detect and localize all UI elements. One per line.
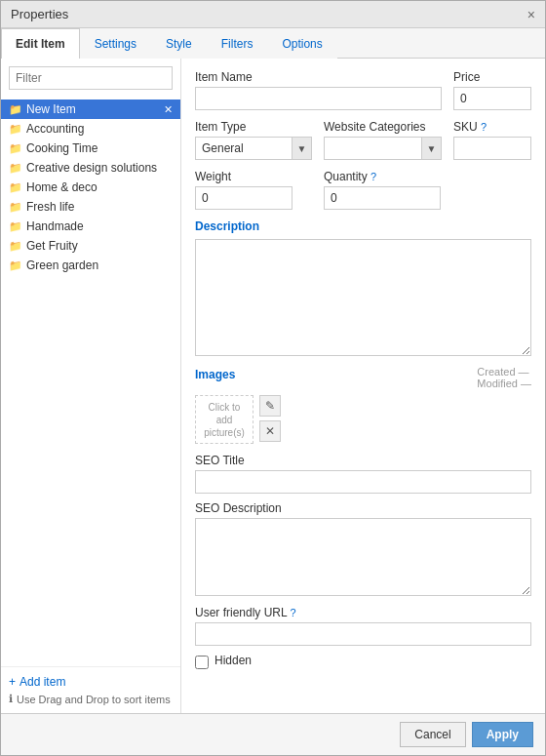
weight-input[interactable]: [195, 186, 292, 210]
drag-hint: ℹ Use Drag and Drop to sort items: [9, 693, 173, 705]
dialog-body: 📁 New Item ✕ 📁 Accounting 📁 Cooking Time…: [1, 59, 545, 713]
tab-edit-item[interactable]: Edit Item: [1, 28, 80, 59]
images-modified: Modified —: [477, 378, 531, 389]
cancel-button[interactable]: Cancel: [400, 722, 465, 747]
website-categories-label: Website Categories: [324, 120, 442, 134]
remove-icon[interactable]: ✕: [164, 103, 173, 116]
tree-item-new-item[interactable]: 📁 New Item ✕: [1, 99, 180, 119]
website-categories-select[interactable]: [324, 137, 422, 160]
folder-icon: 📁: [9, 142, 22, 155]
group-description: Description: [195, 219, 531, 356]
tree-item-home-deco[interactable]: 📁 Home & deco: [1, 178, 180, 197]
images-created: Created —: [477, 366, 531, 378]
row-weight-qty: Weight Quantity ?: [195, 170, 531, 210]
group-seo-title: SEO Title: [195, 454, 531, 494]
dialog-tabs: Edit Item Settings Style Filters Options: [1, 28, 545, 59]
folder-icon: 📁: [9, 259, 22, 272]
group-website-categories: Website Categories ▼: [324, 120, 442, 160]
images-section: Images Created — Modified — Click to add…: [195, 366, 531, 444]
item-name-label: Item Name: [195, 70, 442, 84]
quantity-input[interactable]: [324, 186, 441, 210]
left-footer: + Add item ℹ Use Drag and Drop to sort i…: [1, 666, 180, 713]
tree-item-fresh-life[interactable]: 📁 Fresh life: [1, 197, 180, 217]
tab-style[interactable]: Style: [151, 28, 207, 59]
quantity-label: Quantity ?: [324, 170, 531, 183]
close-button[interactable]: ×: [527, 8, 535, 21]
quantity-help-icon[interactable]: ?: [370, 171, 376, 182]
user-friendly-url-input[interactable]: [195, 622, 531, 646]
website-categories-select-wrapper: ▼: [324, 137, 442, 160]
sku-input[interactable]: [453, 137, 531, 160]
tree-item-label: Handmade: [26, 219, 173, 233]
tree-item-label: Cooking Time: [26, 141, 173, 155]
item-name-input[interactable]: [195, 87, 442, 110]
drag-hint-text: Use Drag and Drop to sort items: [17, 694, 171, 705]
image-remove-button[interactable]: ✕: [259, 420, 281, 442]
price-input[interactable]: [453, 87, 531, 110]
website-categories-arrow[interactable]: ▼: [422, 137, 442, 160]
item-type-arrow[interactable]: ▼: [292, 137, 312, 160]
tree-item-get-fruity[interactable]: 📁 Get Fruity: [1, 236, 180, 256]
tree-item-creative[interactable]: 📁 Creative design solutions: [1, 158, 180, 178]
image-placeholder: Click to add picture(s) ✎ ✕: [195, 395, 531, 444]
image-thumb[interactable]: Click to add picture(s): [195, 395, 254, 444]
dialog-title: Properties: [11, 7, 68, 21]
group-weight: Weight: [195, 170, 312, 210]
apply-button[interactable]: Apply: [472, 722, 533, 747]
seo-title-input[interactable]: [195, 470, 531, 494]
tree-item-accounting[interactable]: 📁 Accounting: [1, 119, 180, 139]
hidden-label: Hidden: [214, 654, 252, 667]
tree-item-handmade[interactable]: 📁 Handmade: [1, 217, 180, 236]
tree-item-label: Fresh life: [26, 200, 173, 214]
sku-label: SKU ?: [453, 120, 531, 134]
dialog-footer: Cancel Apply: [1, 713, 545, 755]
folder-icon: 📁: [9, 220, 22, 233]
item-type-label: Item Type: [195, 120, 312, 134]
description-label: Description: [195, 219, 531, 233]
tree-item-label: Creative design solutions: [26, 161, 173, 175]
right-panel: Item Name Price Item Type General Catego…: [181, 59, 545, 713]
folder-icon: 📁: [9, 162, 22, 175]
images-header: Images Created — Modified —: [195, 366, 531, 389]
info-icon: ℹ: [9, 693, 13, 705]
tree-item-label: Get Fruity: [26, 239, 173, 253]
seo-description-label: SEO Description: [195, 501, 531, 515]
item-type-select[interactable]: General Category Page URL: [195, 137, 292, 160]
item-type-select-wrapper: General Category Page URL ▼: [195, 137, 312, 160]
price-label: Price: [453, 70, 531, 84]
tab-settings[interactable]: Settings: [80, 28, 151, 59]
image-actions: ✎ ✕: [259, 395, 281, 442]
sku-help-icon[interactable]: ?: [481, 121, 487, 133]
folder-icon: 📁: [9, 240, 22, 253]
row-type-cat-sku: Item Type General Category Page URL ▼ We…: [195, 120, 531, 160]
images-label: Images: [195, 368, 235, 381]
group-seo-description: SEO Description: [195, 501, 531, 596]
group-item-name: Item Name: [195, 70, 442, 110]
tree-list: 📁 New Item ✕ 📁 Accounting 📁 Cooking Time…: [1, 98, 180, 666]
images-meta: Created — Modified —: [477, 366, 531, 389]
description-textarea[interactable]: [195, 239, 531, 356]
add-item-label: Add item: [20, 675, 65, 689]
filter-input[interactable]: [9, 66, 173, 90]
user-friendly-url-label: User friendly URL ?: [195, 606, 531, 619]
add-item-link[interactable]: + Add item: [9, 675, 173, 689]
plus-icon: +: [9, 675, 16, 689]
dialog-titlebar: Properties ×: [1, 1, 545, 28]
tree-item-label: Accounting: [26, 122, 173, 136]
tree-item-green-garden[interactable]: 📁 Green garden: [1, 256, 180, 275]
weight-label: Weight: [195, 170, 312, 183]
properties-dialog: Properties × Edit Item Settings Style Fi…: [0, 0, 546, 756]
seo-description-textarea[interactable]: [195, 518, 531, 596]
image-edit-button[interactable]: ✎: [259, 395, 281, 417]
folder-icon: 📁: [9, 201, 22, 214]
group-user-friendly-url: User friendly URL ?: [195, 606, 531, 646]
left-panel: 📁 New Item ✕ 📁 Accounting 📁 Cooking Time…: [1, 59, 181, 713]
tree-item-cooking-time[interactable]: 📁 Cooking Time: [1, 139, 180, 158]
tree-item-label: Green garden: [26, 259, 173, 272]
url-help-icon[interactable]: ?: [291, 607, 296, 618]
folder-icon: 📁: [9, 103, 22, 116]
tab-options[interactable]: Options: [267, 28, 336, 59]
hidden-checkbox[interactable]: [195, 656, 209, 669]
tab-filters[interactable]: Filters: [207, 28, 268, 59]
group-price: Price: [453, 70, 531, 110]
